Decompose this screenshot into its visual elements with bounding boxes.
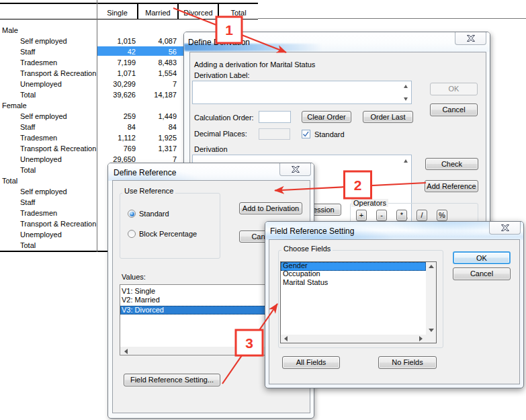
- svg-text:2: 2: [354, 177, 362, 193]
- svg-text:1: 1: [225, 22, 233, 38]
- svg-text:3: 3: [245, 335, 253, 351]
